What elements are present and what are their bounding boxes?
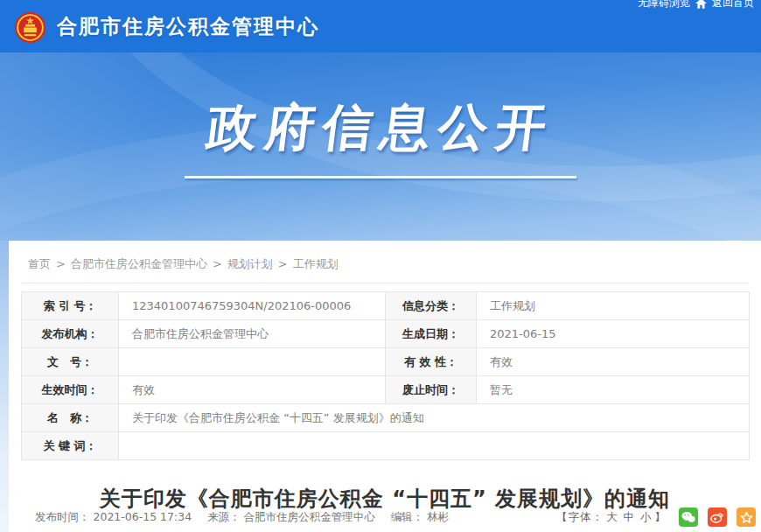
generate-date-value: 2021-06-15 — [477, 320, 750, 348]
index-number-value: 12340100746759304N/202106-00006 — [119, 292, 386, 320]
publish-time-value: 2021-06-15 17:34 — [94, 510, 192, 523]
info-category-value: 工作规划 — [477, 292, 750, 320]
banner-underline — [185, 176, 576, 178]
table-row: 索 引 号： 12340100746759304N/202106-00006 信… — [22, 292, 750, 320]
index-number-label: 索 引 号： — [22, 292, 119, 320]
site-header: 合肥市住房公积金管理中心 无障碍浏览 返回首页 — [0, 0, 761, 52]
breadcrumb-work-plan[interactable]: 工作规划 — [293, 257, 339, 270]
breadcrumb-separator: > — [56, 257, 66, 270]
table-row: 发布机构： 合肥市住房公积金管理中心 生成日期： 2021-06-15 — [22, 320, 750, 348]
source-value: 合肥市住房公积金管理中心 — [244, 510, 375, 523]
content-card: 首页>合肥市住房公积金管理中心>规划计划>工作规划 索 引 号： 1234010… — [9, 241, 761, 532]
name-label: 名 称： — [22, 404, 119, 432]
font-size-small[interactable]: 小 — [640, 510, 653, 523]
header-top-links: 无障碍浏览 返回首页 — [638, 0, 754, 10]
source-label: 来源： — [207, 510, 241, 523]
article-meta-row: 发布时间：2021-06-15 17:34来源：合肥市住房公积金管理中心编辑：林… — [21, 508, 756, 527]
national-emblem-icon — [14, 11, 46, 44]
font-size-controls: 【字体：大中小】 — [556, 510, 667, 525]
home-link[interactable]: 返回首页 — [712, 0, 754, 10]
doc-number-value — [119, 348, 386, 376]
doc-number-label: 文 号： — [22, 348, 119, 376]
article-tools: 【字体：大中小】 — [556, 508, 756, 527]
gov-info-banner: 政府信息公开 — [0, 52, 761, 241]
repeal-time-value: 暂无 — [477, 376, 750, 404]
font-size-large[interactable]: 大 — [606, 510, 618, 523]
validity-value: 有效 — [477, 348, 750, 376]
breadcrumb: 首页>合肥市住房公积金管理中心>规划计划>工作规划 — [21, 253, 749, 284]
breadcrumb-home[interactable]: 首页 — [28, 257, 51, 270]
keywords-label: 关 键 词： — [22, 432, 119, 460]
font-size-suffix: 】 — [655, 510, 667, 523]
breadcrumb-center[interactable]: 合肥市住房公积金管理中心 — [71, 257, 207, 270]
keywords-value — [119, 432, 750, 460]
publisher-value: 合肥市住房公积金管理中心 — [119, 320, 386, 348]
table-row: 生效时间： 有效 废止时间： 暂无 — [22, 376, 750, 404]
breadcrumb-separator: > — [278, 257, 288, 270]
banner-decoration — [0, 52, 209, 241]
wechat-share-button[interactable] — [679, 508, 698, 527]
repeal-time-label: 废止时间： — [386, 376, 477, 404]
star-icon — [740, 511, 753, 524]
article-meta: 发布时间：2021-06-15 17:34来源：合肥市住房公积金管理中心编辑：林… — [21, 510, 452, 525]
validity-label: 有 效 性： — [386, 348, 477, 376]
table-row: 文 号： 有 效 性： 有效 — [22, 348, 750, 376]
favorite-button[interactable] — [737, 508, 756, 527]
name-value: 关于印发《合肥市住房公积金 “十四五” 发展规划》的通知 — [119, 404, 750, 432]
share-buttons — [679, 508, 756, 527]
document-info-table: 索 引 号： 12340100746759304N/202106-00006 信… — [21, 291, 750, 460]
breadcrumb-separator: > — [213, 257, 222, 270]
editor-label: 编辑： — [391, 510, 424, 523]
table-row: 名 称： 关于印发《合肥市住房公积金 “十四五” 发展规划》的通知 — [22, 404, 750, 432]
editor-value: 林彬 — [427, 510, 449, 523]
site-title: 合肥市住房公积金管理中心 — [57, 13, 319, 40]
accessibility-link[interactable]: 无障碍浏览 — [638, 0, 690, 10]
font-size-prefix: 【字体： — [556, 510, 604, 523]
font-size-medium[interactable]: 中 — [624, 510, 636, 523]
weibo-share-button[interactable] — [708, 508, 727, 527]
banner-title: 政府信息公开 — [203, 94, 557, 162]
publisher-label: 发布机构： — [22, 320, 119, 348]
info-category-label: 信息分类： — [386, 292, 477, 320]
breadcrumb-plans[interactable]: 规划计划 — [227, 257, 273, 270]
weibo-icon — [710, 511, 724, 523]
effective-time-value: 有效 — [119, 376, 386, 404]
table-row: 关 键 词： — [22, 432, 750, 460]
wechat-icon — [681, 511, 695, 523]
publish-time-label: 发布时间： — [35, 510, 90, 523]
effective-time-label: 生效时间： — [22, 376, 119, 404]
generate-date-label: 生成日期： — [386, 320, 477, 348]
home-icon — [695, 0, 707, 9]
